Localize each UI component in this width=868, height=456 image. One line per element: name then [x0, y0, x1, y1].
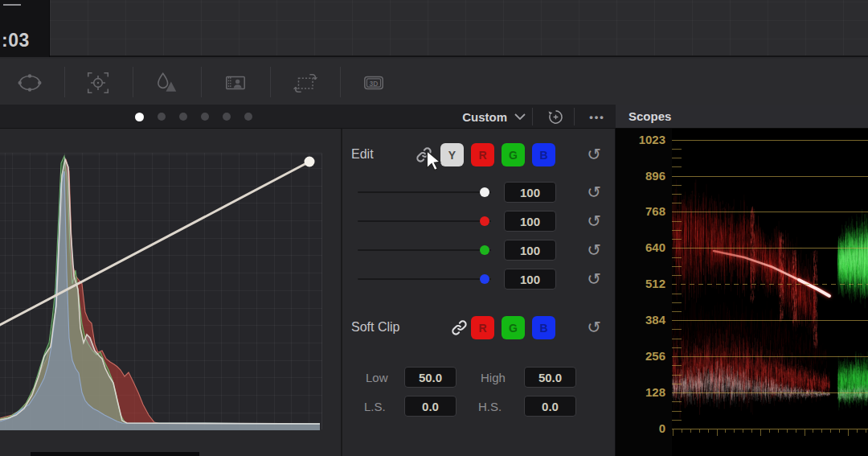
hs-value-field[interactable]: 0.0 [524, 396, 576, 417]
curve-graph-area[interactable] [0, 153, 322, 429]
edit-channel-buttons: YRGB [440, 143, 555, 166]
blue-slider-track[interactable] [358, 278, 491, 280]
scope-label-256: 256 [616, 348, 665, 364]
toolbar-separator [64, 67, 65, 97]
green-slider-track[interactable] [358, 249, 491, 251]
green-reset-icon[interactable]: ↺ [583, 240, 604, 261]
soft-clip-channel-button-b[interactable]: B [532, 316, 555, 339]
curve-mode-label: Custom [462, 110, 507, 124]
curve-mode-dropdown[interactable]: Custom [440, 105, 526, 129]
timecode-box: :03 [0, 0, 50, 57]
key-icon[interactable] [219, 68, 252, 97]
ls-value-field[interactable]: 0.0 [404, 396, 457, 417]
hs-label: H.S. [478, 400, 502, 413]
bottom-edge-bar [31, 452, 199, 456]
header-separator [574, 108, 575, 125]
luma-value-field[interactable]: 100 [504, 182, 556, 203]
toolbar-separator [201, 67, 202, 97]
toolbar-separator [133, 67, 133, 97]
scope-label-768: 768 [616, 203, 665, 220]
pagination-dot-1[interactable] [158, 113, 166, 121]
slider-row-luma: 100↺ [342, 180, 615, 204]
edit-section-label: Edit [351, 147, 374, 162]
keyframe-timeline-strip: :03 [0, 0, 868, 57]
blue-slider-handle[interactable] [480, 274, 489, 284]
curve-and-histogram-svg [0, 154, 322, 430]
3d-icon[interactable]: 3D [358, 68, 390, 97]
scope-label-640: 640 [616, 240, 665, 256]
slider-row-red: 100↺ [342, 209, 615, 233]
options-menu-button[interactable]: ••• [580, 105, 614, 129]
red-value-field[interactable]: 100 [504, 211, 556, 232]
slider-row-green: 100↺ [342, 238, 615, 262]
blue-reset-icon[interactable]: ↺ [583, 269, 604, 290]
soft-clip-channel-button-g[interactable]: G [502, 316, 525, 339]
scopes-title: Scopes [628, 109, 671, 123]
scope-label-384: 384 [616, 312, 665, 328]
low-label: Low [366, 371, 388, 384]
scope-label-512: 512 [616, 276, 665, 292]
ls-label: L.S. [364, 400, 386, 413]
pagination-dot-0[interactable] [135, 113, 144, 121]
curve-edit-panel: Edit YRGB ↺ 100↺100↺100↺100↺ Soft Clip R… [342, 129, 615, 456]
edit-channel-button-r[interactable]: R [471, 143, 494, 166]
timecode-dash [3, 4, 21, 6]
power-window-icon[interactable] [14, 68, 46, 97]
scope-label-0: 0 [616, 421, 665, 437]
curves-pagination [135, 105, 252, 129]
history-icon[interactable] [538, 105, 572, 129]
palette-toolbar: 3D [0, 59, 868, 105]
timecode-text: :03 [2, 30, 30, 51]
red-reset-icon[interactable]: ↺ [583, 211, 604, 232]
soft-clip-channel-button-r[interactable]: R [471, 316, 494, 339]
header-separator [532, 108, 533, 125]
soft-clip-reset-icon[interactable]: ↺ [583, 317, 604, 338]
waveform-canvas [672, 129, 868, 456]
custom-curves-panel [0, 129, 341, 456]
chevron-down-icon [514, 113, 526, 120]
high-label: High [481, 371, 506, 384]
soft-clip-channel-buttons: RGB [471, 316, 555, 339]
davinci-color-page: :03 [0, 0, 868, 456]
histogram-luma [0, 159, 320, 430]
slider-row-blue: 100↺ [342, 267, 615, 291]
soft-clip-section-label: Soft Clip [351, 320, 399, 335]
scopes-header[interactable]: Scopes [616, 105, 868, 129]
scope-label-896: 896 [616, 168, 665, 184]
kebab-label: ••• [589, 111, 605, 123]
edit-channel-button-g[interactable]: G [502, 143, 525, 166]
scope-label-1023: 1023 [616, 132, 665, 148]
blur-icon[interactable] [150, 68, 182, 97]
high-value-field[interactable]: 50.0 [524, 367, 576, 388]
pagination-dot-5[interactable] [244, 113, 252, 121]
scope-label-128: 128 [616, 384, 665, 401]
tracker-icon[interactable] [82, 68, 114, 97]
pagination-dot-3[interactable] [201, 113, 209, 121]
mouse-cursor [422, 148, 446, 172]
edit-reset-icon[interactable]: ↺ [583, 144, 604, 165]
edit-channel-button-b[interactable]: B [532, 143, 555, 166]
low-value-field[interactable]: 50.0 [404, 367, 457, 388]
red-slider-handle[interactable] [480, 216, 489, 226]
luma-reset-icon[interactable]: ↺ [583, 182, 604, 203]
green-value-field[interactable]: 100 [504, 240, 556, 261]
green-slider-handle[interactable] [480, 245, 489, 255]
luma-slider-track[interactable] [358, 191, 491, 193]
luma-slider-handle[interactable] [480, 187, 489, 197]
curve-endpoint-handle[interactable] [305, 157, 315, 167]
soft-clip-link-icon[interactable] [450, 318, 469, 340]
red-slider-track[interactable] [358, 220, 491, 222]
blue-value-field[interactable]: 100 [504, 269, 556, 290]
waveform-scope-panel: 10238967686405123842561280 [616, 129, 868, 456]
toolbar-separator [340, 67, 341, 97]
sizing-icon[interactable] [289, 68, 321, 97]
pagination-dot-4[interactable] [223, 113, 231, 121]
pagination-dot-2[interactable] [179, 113, 187, 121]
tone-curve-line[interactable] [0, 162, 309, 325]
toolbar-separator [270, 67, 271, 97]
svg-text:3D: 3D [370, 80, 379, 88]
